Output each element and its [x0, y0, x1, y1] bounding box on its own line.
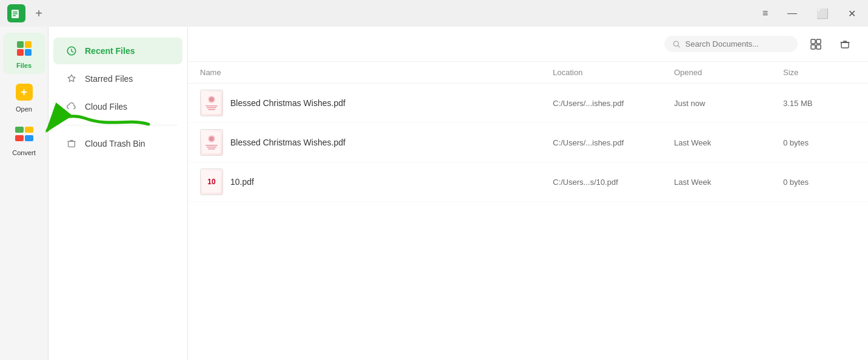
files-icon: [13, 38, 35, 59]
svg-rect-3: [13, 15, 16, 16]
file-table: Name Location Opened Size: [188, 62, 868, 360]
icon-nav: Files + Open Convert: [0, 27, 48, 360]
file-location: C:/Users/...ishes.pdf: [553, 99, 674, 108]
svg-text:10: 10: [207, 178, 216, 186]
menu-button[interactable]: ≡: [758, 5, 773, 21]
file-opened: Just now: [674, 99, 783, 108]
sidebar-item-cloud-label: Cloud Files: [85, 102, 127, 112]
minimize-button[interactable]: —: [783, 5, 802, 21]
file-name: Blessed Christmas Wishes.pdf: [230, 138, 346, 147]
search-icon: [673, 40, 681, 48]
open-icon-inner: +: [16, 84, 33, 101]
main-content: Name Location Opened Size: [188, 27, 868, 360]
grid-view-button[interactable]: [805, 33, 827, 55]
svg-rect-7: [25, 135, 33, 141]
sidebar-item-trash[interactable]: Cloud Trash Bin: [53, 130, 182, 157]
file-name: Blessed Christmas Wishes.pdf: [230, 98, 346, 108]
file-thumbnail: 10: [200, 168, 223, 195]
sidebar-item-starred[interactable]: Starred Files: [53, 65, 182, 92]
file-opened: Last Week: [674, 138, 783, 147]
close-button[interactable]: ✕: [843, 5, 861, 22]
nav-open-label: Open: [16, 105, 32, 113]
thumb-content: [201, 130, 222, 155]
svg-rect-1: [13, 12, 18, 13]
file-name: 10.pdf: [230, 177, 254, 187]
col-opened: Opened: [674, 68, 783, 77]
plus-icon: +: [21, 87, 27, 98]
svg-rect-21: [208, 109, 215, 110]
file-thumbnail: [200, 90, 223, 116]
svg-rect-12: [816, 39, 821, 44]
file-name-cell: Blessed Christmas Wishes.pdf: [200, 129, 553, 156]
table-row[interactable]: Blessed Christmas Wishes.pdf C:/Users/..…: [188, 123, 868, 162]
title-bar-left: +: [7, 4, 47, 22]
open-icon: +: [13, 81, 35, 103]
nav-convert[interactable]: Convert: [3, 120, 45, 161]
svg-rect-5: [25, 127, 33, 133]
nav-open[interactable]: + Open: [3, 76, 45, 118]
file-location: C:/Users...s/10.pdf: [553, 178, 674, 187]
files-icon-cell-blue: [25, 49, 32, 56]
svg-rect-11: [811, 39, 815, 44]
table-row[interactable]: 10 10.pdf C:/Users...s/10.pdf Last Week …: [188, 162, 868, 202]
sidebar-item-cloud[interactable]: Cloud Files: [53, 93, 182, 120]
svg-point-24: [209, 136, 214, 141]
trash-button[interactable]: [834, 33, 856, 55]
files-icon-cell-yellow: [25, 41, 32, 48]
search-input[interactable]: [686, 39, 790, 48]
nav-convert-label: Convert: [12, 149, 36, 156]
file-size: 0 bytes: [783, 178, 856, 187]
star-icon: [65, 73, 78, 85]
trash-icon: [65, 138, 78, 150]
svg-rect-20: [207, 107, 216, 108]
table-header: Name Location Opened Size: [188, 62, 868, 84]
file-name-cell: 10 10.pdf: [200, 168, 553, 195]
new-tab-button[interactable]: +: [30, 5, 47, 22]
thumb-content: 10: [201, 169, 222, 195]
maximize-button[interactable]: ⬜: [812, 5, 833, 22]
svg-rect-13: [811, 45, 815, 49]
file-thumbnail: [200, 129, 223, 156]
file-name-cell: Blessed Christmas Wishes.pdf: [200, 90, 553, 116]
files-icon-cell-green: [17, 41, 24, 48]
svg-rect-26: [207, 147, 216, 148]
sidebar-item-trash-label: Cloud Trash Bin: [85, 139, 145, 148]
toolbar-trash-icon: [840, 39, 850, 50]
svg-rect-6: [15, 135, 24, 141]
svg-rect-27: [208, 148, 215, 150]
convert-icon: [13, 125, 35, 147]
cloud-icon: [65, 101, 78, 113]
recent-icon: [65, 45, 78, 57]
search-box[interactable]: [664, 36, 798, 52]
nav-files-label: Files: [16, 62, 32, 69]
app-logo: [7, 4, 25, 22]
sidebar-item-recent-label: Recent Files: [85, 46, 135, 56]
file-location: C:/Users/...ishes.pdf: [553, 138, 674, 147]
col-size: Size: [783, 68, 856, 77]
thumb-content: [201, 90, 222, 116]
col-name: Name: [200, 68, 553, 77]
nav-divider: [58, 125, 178, 125]
svg-rect-15: [841, 42, 849, 48]
svg-rect-25: [205, 145, 218, 146]
sidebar-item-recent[interactable]: Recent Files: [53, 38, 182, 64]
file-opened: Last Week: [674, 178, 783, 187]
file-size: 0 bytes: [783, 138, 856, 147]
table-row[interactable]: Blessed Christmas Wishes.pdf C:/Users/..…: [188, 84, 868, 123]
svg-point-18: [209, 97, 214, 102]
toolbar: [188, 27, 868, 62]
col-location: Location: [553, 68, 674, 77]
grid-view-icon: [810, 39, 821, 50]
svg-rect-14: [816, 45, 821, 49]
files-icon-cell-red: [17, 49, 24, 56]
title-bar: + ≡ — ⬜ ✕: [0, 0, 868, 27]
svg-rect-9: [68, 141, 75, 147]
nav-files[interactable]: Files: [3, 33, 45, 74]
svg-rect-19: [205, 105, 218, 107]
title-bar-right: ≡ — ⬜ ✕: [758, 5, 861, 22]
panel-nav: Recent Files Starred Files Cloud Files: [48, 27, 188, 360]
sidebar-item-starred-label: Starred Files: [85, 74, 133, 84]
file-size: 3.15 MB: [783, 99, 856, 108]
app-body: Files + Open Convert: [0, 27, 868, 360]
svg-rect-4: [15, 127, 24, 133]
